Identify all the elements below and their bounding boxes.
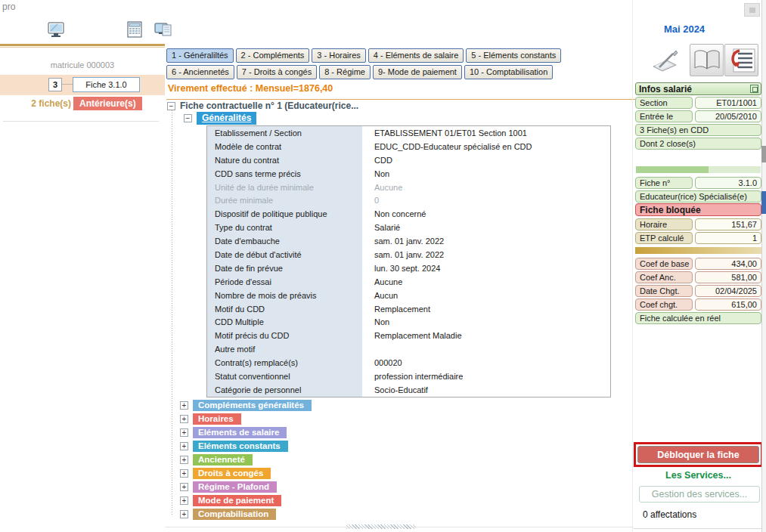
field-value[interactable]: profession intermédiaire [362,372,610,381]
tree-guide-line [172,108,172,515]
app-title: pro [2,2,15,12]
collapse-icon[interactable]: − [167,102,175,110]
expand-icon[interactable]: + [180,428,188,437]
coef-chgt-label: Coef chgt. [635,298,693,311]
tab-regime[interactable]: 8 - Régime [319,65,371,79]
section-row: Section ET01/1001 [635,97,761,109]
field-value[interactable]: Salarié [362,223,610,232]
field-value[interactable]: 000020 [362,358,610,367]
table-row: Catégorie de personnelSocio-Educatif [207,383,610,397]
section-label[interactable]: Horaires [193,413,241,425]
tab-droits-conges[interactable]: 7 - Droits à congés [237,65,317,79]
signature-pen-icon[interactable] [649,47,684,76]
field-label: Période d'essai [207,275,362,289]
divider [3,121,159,122]
horaire-row: Horaire 151,67 [635,218,761,230]
section-label[interactable]: Mode de paiement [193,495,281,506]
table-row: Date d'embauchesam. 01 janv. 2022 [207,234,610,248]
generalites-node-label[interactable]: Généralités [197,112,256,125]
field-value[interactable]: Aucune [362,277,610,286]
table-row: Dispositif de politique publiqueNon conc… [207,207,610,221]
field-value[interactable]: Socio-Educatif [362,385,610,394]
field-value[interactable]: Aucun [362,291,610,300]
period-label: Mai 2024 [635,23,733,35]
field-value[interactable]: Non [362,317,610,326]
expand-icon[interactable]: + [180,510,188,518]
expand-icon[interactable]: + [180,442,188,450]
monitor-icon[interactable] [46,20,66,39]
field-value[interactable]: Non [362,169,610,178]
tab-generalites[interactable]: 1 - Généraliltés [166,48,234,63]
window-edge [761,0,766,532]
euro-document-icon[interactable] [724,44,758,76]
expand-icon[interactable]: + [180,401,188,410]
section-value: ET01/1001 [695,97,761,109]
expand-icon[interactable]: + [180,456,188,464]
tree-root-label[interactable]: Fiche contractuelle n° 1 (Educateur(rice… [180,101,358,111]
fiche-number-row: Fiche n° 3.1.0 [635,177,761,189]
section-label[interactable]: Droits à congés [193,468,271,479]
tab-anciennetes[interactable]: 6 - Anciennetés [166,65,234,79]
table-row: Autre motif [207,342,610,356]
resize-grip[interactable] [346,524,416,529]
field-value[interactable]: Remplacement [362,305,610,314]
section-label[interactable]: Compléments généralités [193,400,312,411]
left-panel: pro matricule 000003 3 Fiche 3.1.0 2 fic… [0,0,165,532]
section-label: Section [635,97,693,109]
window-corner-button[interactable] [744,3,760,17]
section-label[interactable]: Régime - Plafond [193,481,277,493]
collapse-icon[interactable]: − [184,114,192,122]
field-label: Nombre de mois de préavis [207,289,362,302]
expand-icon[interactable]: + [180,496,188,505]
fiche-version-field[interactable]: Fiche 3.1.0 [73,77,140,92]
expand-icon[interactable]: + [180,469,188,478]
table-row: Contrat(s) remplacé(s)000020 [207,356,610,370]
gestion-services-button[interactable]: Gestion des services... [639,486,760,503]
tab-horaires[interactable]: 3 - Horaires [312,48,365,63]
coef-anc-label: Coef Anc. [635,271,693,283]
expand-icon[interactable]: + [180,415,188,423]
calculator-icon[interactable] [125,20,144,39]
field-value[interactable]: ETABLISSEMENT 01/ET01 Section 1001 [362,128,610,138]
table-row: Statut conventionnelprofession intermédi… [207,370,610,383]
field-value[interactable]: Remplacement Maladie [362,331,610,340]
field-label: Autre motif [207,342,362,356]
field-value: 0 [362,196,610,205]
table-row: Date de fin prévuelun. 30 sept. 2024 [207,261,610,275]
field-label: Motif du CDD [207,302,362,316]
field-value[interactable]: Non concerné [362,209,610,218]
field-label: Modèle de contrat [207,140,362,153]
coef-anc-value: 581,00 [695,271,761,283]
section-label[interactable]: Comptabilisation [193,509,276,520]
section-label[interactable]: Ancienneté [193,454,253,466]
tab-elements-salaire[interactable]: 4 - Eléments de salaire [368,48,464,63]
tab-complements[interactable]: 2 - Compléments [236,48,310,63]
section-label[interactable]: Eléments constants [193,441,288,452]
anterieures-button[interactable]: Antérieure(s) [73,97,142,110]
tab-elements-constants[interactable]: 5 - Eléments constants [466,48,561,63]
coef-base-row: Coef de base 434,00 [635,258,761,270]
target-icon[interactable] [750,85,758,93]
field-value[interactable]: CDD [362,156,610,165]
coef-base-label: Coef de base [635,258,693,270]
debloquer-fiche-button[interactable]: Débloquer la fiche [637,446,759,463]
section-label[interactable]: Eléments de salaire [193,427,287,438]
tree-node-droits-conges: +Droits à congés [180,468,271,479]
tab-comptabilisation[interactable]: 10 - Comptabilisation [464,65,553,79]
open-book-icon[interactable] [690,44,724,76]
expand-icon[interactable]: + [180,483,188,491]
field-value[interactable]: sam. 01 janv. 2022 [362,250,610,259]
field-value[interactable]: lun. 30 sept. 2024 [362,264,610,273]
splitter-handle[interactable] [761,191,766,214]
entree-row: Entrée le 20/05/2010 [635,110,761,122]
field-value[interactable]: EDUC_CDD-Educateur spécialisé en CDD [362,142,610,151]
field-value: Aucune [362,183,610,192]
fiche-selector-band: 3 Fiche 3.1.0 [0,75,165,95]
fiche-count-label: 2 fiche(s) [31,98,71,109]
progress-bar-green [635,165,761,174]
screen-document-icon[interactable] [154,20,173,39]
date-chgt-label: Date Chgt. [635,285,693,297]
table-row: Nombre de mois de préavisAucun [207,289,610,302]
field-value[interactable]: sam. 01 janv. 2022 [362,237,610,246]
tab-mode-paiement[interactable]: 9- Mode de paiement [373,65,462,79]
